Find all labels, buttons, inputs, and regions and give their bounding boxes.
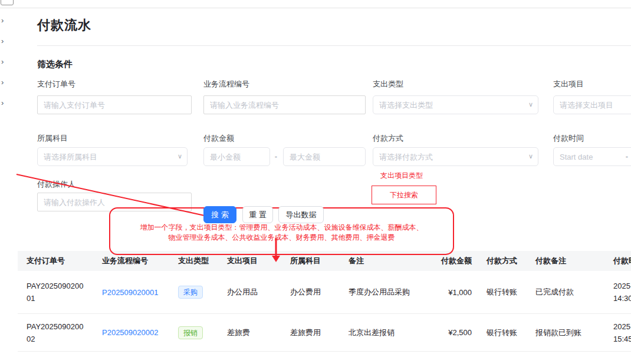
annotation-note-line1: 增加一个字段，支出项目类型：管理费用、业务活动成本、设施设备维保成本、薪酬成本、 [109,223,454,233]
payment-records-table: 支付订单号 业务流程编号 支出类型 支出项目 所属科目 备注 付款金额 付款方式… [18,251,631,364]
cell-amount: ¥2,500 [432,328,472,337]
account-subject-select[interactable] [37,147,188,166]
date-range-separator: - [624,152,630,161]
sidebar-expand-chevron-icon[interactable]: › [1,16,9,25]
title-divider [37,45,631,46]
cell-remark: 北京出差报销 [349,327,432,338]
cell-method: 银行转账 [472,327,535,338]
cell-pay-time: 2025- 15:45 [613,320,631,345]
col-header-method: 付款方式 [472,256,535,266]
col-header-item: 支出项目 [227,256,290,266]
type-badge: 报销 [178,326,203,339]
payment-method-label: 付款方式 [373,133,403,144]
annotation-field-type-label: 支出项目类型 [380,171,423,181]
reset-button[interactable]: 重 置 [242,206,273,223]
amount-range-separator: - [271,152,281,161]
col-header-amount: 付款金额 [432,256,472,266]
cell-subject: 差旅费用 [290,327,349,338]
col-header-remark: 备注 [349,256,432,266]
business-flow-no-input[interactable] [203,95,366,114]
min-amount-input[interactable] [203,147,270,166]
table-row: PAY2025090200 02 P202509020002 报销 差旅费 差旅… [18,314,631,352]
cell-pay-remark: 已完成付款 [535,287,613,297]
filter-section-heading: 筛选条件 [37,59,73,70]
sidebar-expand-chevron-icon[interactable]: › [1,99,9,107]
payment-operator-label: 付款操作人 [37,179,75,190]
sidebar-expand-chevron-icon[interactable]: › [1,58,9,66]
col-header-pay-time: 付款时间 [613,256,631,266]
cell-subject: 办公费用 [290,287,349,297]
flow-no-link[interactable]: P202509020002 [102,328,158,337]
expense-type-label: 支出类型 [373,79,403,90]
table-row: PAY2025090200 2025 [18,352,631,364]
cell-method: 银行转账 [472,287,535,297]
sidebar-expand-chevron-icon[interactable]: › [1,78,9,87]
top-border-line [0,8,631,8]
cell-order-no: PAY2025090200 01 [27,280,102,305]
business-flow-no-label: 业务流程编号 [203,79,249,90]
partial-top-left-box [1,0,14,5]
annotation-dropdown-search-box: 下拉搜索 [372,186,436,204]
col-header-subject: 所属科目 [290,256,349,266]
sidebar-expand-chevron-icon[interactable]: › [1,37,9,45]
col-header-order-no: 支付订单号 [27,256,102,266]
expense-item-label: 支出项目 [553,79,584,90]
payment-time-start-date-input[interactable] [553,147,631,166]
payment-method-select[interactable] [373,147,538,166]
col-header-flow-no: 业务流程编号 [102,256,178,266]
search-button[interactable]: 搜 索 [203,206,236,223]
expense-item-select[interactable] [553,95,631,114]
cell-item: 差旅费 [227,327,290,338]
annotation-note-text: 增加一个字段，支出项目类型：管理费用、业务活动成本、设施设备维保成本、薪酬成本、… [109,223,454,243]
payment-amount-label: 付款金额 [203,133,234,144]
export-data-button[interactable]: 导出数据 [278,206,324,223]
payment-order-no-input[interactable] [37,95,192,114]
cell-pay-remark: 报销款已到账 [535,327,613,338]
cell-order-no: PAY2025090200 02 [27,320,102,345]
cell-amount: ¥1,000 [432,288,472,297]
expense-type-select[interactable] [373,95,538,114]
cell-item: 办公用品 [227,287,290,297]
cell-pay-time: 2025- 14:30 [613,280,631,305]
annotation-note-line2: 物业管理业务成本、公共收益业务成本、财务费用、其他费用、押金退费 [109,233,454,243]
col-header-pay-remark: 付款备注 [535,256,613,266]
account-subject-label: 所属科目 [37,133,68,144]
max-amount-input[interactable] [283,147,366,166]
type-badge: 采购 [178,286,203,299]
page-title: 付款流水 [37,16,91,34]
flow-no-link[interactable]: P202509020001 [102,288,158,297]
payment-order-no-label: 支付订单号 [37,79,75,90]
col-header-type: 支出类型 [178,256,227,266]
table-row: PAY2025090200 01 P202509020001 采购 办公用品 办… [18,271,631,314]
cell-remark: 季度办公用品采购 [349,287,432,297]
payment-time-label: 付款时间 [553,133,584,144]
